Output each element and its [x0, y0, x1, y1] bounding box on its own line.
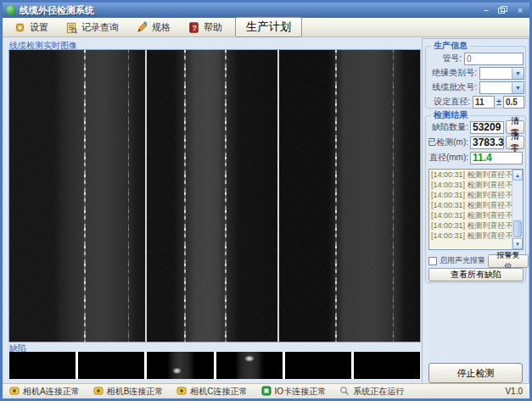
log-entry: [14:00:31] 检测到直径不合格	[429, 180, 523, 190]
plus-minus-sign: ±	[496, 97, 501, 107]
toolbar: 设置 记录查询 规格 ? 帮助 生产计划	[3, 18, 529, 37]
stop-detection-button[interactable]: 停止检测	[428, 363, 523, 383]
view-all-defects-button[interactable]: 查看所有缺陷	[428, 268, 524, 281]
chevron-down-icon[interactable]: ▼	[512, 82, 524, 93]
log-entry: [14:00:31] 检测到直径不合格	[429, 170, 523, 180]
log-scrollbar[interactable]: ▲ ▼	[512, 170, 523, 249]
defect-count-value: 53209	[470, 121, 504, 134]
camera-c-status: 相机C连接正常	[176, 386, 247, 398]
defect-thumbnail[interactable]	[78, 352, 144, 379]
batch-select[interactable]: ▼	[479, 81, 524, 94]
tube-no-label: 管号:	[428, 53, 462, 64]
category-label: 绝缘类别号:	[428, 67, 477, 79]
tolerance-input[interactable]: 0.5	[503, 96, 524, 109]
production-plan-button[interactable]: 生产计划	[235, 17, 302, 37]
system-running-status: 系统正在运行	[339, 386, 404, 398]
record-query-button[interactable]: 记录查询	[61, 19, 123, 36]
io-card-status-text: IO卡连接正常	[275, 386, 327, 398]
tube-no-input[interactable]: 0	[464, 53, 524, 65]
camera-live-view	[9, 50, 420, 342]
app-icon	[6, 5, 16, 15]
camera-b-status-text: 相机B连接正常	[107, 386, 164, 398]
set-diameter-input[interactable]: 11	[473, 96, 495, 109]
defect-count-label: 缺陷数量:	[428, 121, 468, 133]
io-card-icon	[261, 386, 272, 398]
defect-thumbnail[interactable]	[285, 352, 351, 379]
production-info-group: 生产信息 管号: 0 绝缘类别号: ▼ 线缆批次号: ▼ 设定直径	[425, 46, 526, 109]
io-card-status: IO卡连接正常	[261, 386, 327, 398]
alarm-checkbox-label: 启用声光报警	[440, 255, 485, 266]
version-label: V1.0	[505, 384, 523, 398]
alarm-checkbox[interactable]	[428, 257, 437, 265]
defect-thumbnail[interactable]	[147, 352, 213, 379]
spec-label: 规格	[152, 21, 171, 34]
settings-label: 设置	[30, 21, 48, 34]
spec-icon	[136, 21, 148, 34]
log-entry: [14:00:31] 检测到直径不合格	[429, 200, 523, 210]
defect-thumbnail-strip	[9, 352, 420, 379]
alarm-reset-button[interactable]: 报警复位	[488, 254, 529, 268]
title-bar: 线缆外径检测系统 − ×	[3, 3, 529, 18]
help-icon: ?	[188, 21, 200, 34]
measured-length-label: 已检测(m):	[428, 136, 468, 148]
log-entry: [14:00:31] 检测到直径不合格	[429, 190, 523, 200]
scrollbar-thumb[interactable]	[513, 220, 522, 237]
settings-icon	[14, 21, 26, 34]
production-info-title: 生产信息	[431, 41, 470, 51]
chevron-down-icon[interactable]: ▼	[512, 68, 524, 79]
settings-button[interactable]: 设置	[9, 19, 53, 36]
measured-length-value: 3783.3	[470, 136, 504, 149]
defect-thumbnail[interactable]	[9, 352, 76, 379]
camera-status-icon	[93, 386, 104, 398]
camera-status-icon	[176, 386, 187, 398]
detection-log-list[interactable]: [14:00:31] 检测到直径不合格 [14:00:31] 检测到直径不合格 …	[428, 169, 524, 250]
close-icon[interactable]: ×	[514, 4, 526, 16]
scroll-up-icon[interactable]: ▲	[512, 170, 523, 181]
svg-text:?: ?	[193, 23, 197, 31]
camera-c-status-text: 相机C连接正常	[190, 386, 247, 398]
log-entry: [14:00:31] 检测到直径不合格	[429, 231, 523, 241]
detection-result-group: 检测结果 缺陷数量: 53209 清零 已检测(m): 3783.3 清零 直径…	[425, 115, 526, 283]
scroll-down-icon[interactable]: ▼	[512, 238, 523, 249]
batch-label: 线缆批次号:	[428, 81, 477, 93]
minimize-icon[interactable]: −	[480, 4, 492, 16]
camera-b-status: 相机B连接正常	[93, 386, 164, 398]
camera-a-status-text: 相机A连接正常	[23, 386, 80, 398]
system-running-text: 系统正在运行	[353, 386, 404, 398]
record-query-label: 记录查询	[81, 21, 119, 34]
camera-status-icon	[9, 386, 20, 398]
defect-thumbnail[interactable]	[354, 352, 420, 379]
image-noise-overlay	[9, 50, 420, 342]
category-select[interactable]: ▼	[479, 67, 524, 80]
diameter-value: 11.4	[470, 152, 523, 164]
log-entry: [14:00:31] 检测到直径不合格	[429, 220, 523, 231]
help-button[interactable]: ? 帮助	[183, 19, 227, 36]
window-title: 线缆外径检测系统	[20, 4, 480, 17]
window-controls: − ×	[480, 4, 526, 16]
app-window: 线缆外径检测系统 − × 设置 记录查询 规格	[0, 0, 532, 401]
control-panel: 生产信息 管号: 0 绝缘类别号: ▼ 线缆批次号: ▼ 设定直径	[422, 38, 529, 387]
detection-result-title: 检测结果	[431, 110, 470, 120]
diameter-label: 直径(mm):	[428, 152, 468, 164]
help-label: 帮助	[204, 21, 222, 34]
status-bar: 相机A连接正常 相机B连接正常 相机C连接正常 IO卡连接正常 系统正在运行	[3, 383, 529, 398]
log-entry: [14:00:31] 检测到直径不合格	[429, 210, 523, 220]
spec-button[interactable]: 规格	[132, 19, 175, 36]
camera-a-status: 相机A连接正常	[9, 386, 80, 398]
defect-thumbnail[interactable]	[216, 352, 283, 379]
search-icon	[339, 386, 350, 398]
restore-icon[interactable]	[498, 6, 508, 14]
set-diameter-label: 设定直径:	[428, 96, 470, 108]
record-query-icon	[65, 21, 78, 34]
clear-measured-button[interactable]: 清零	[506, 136, 524, 149]
